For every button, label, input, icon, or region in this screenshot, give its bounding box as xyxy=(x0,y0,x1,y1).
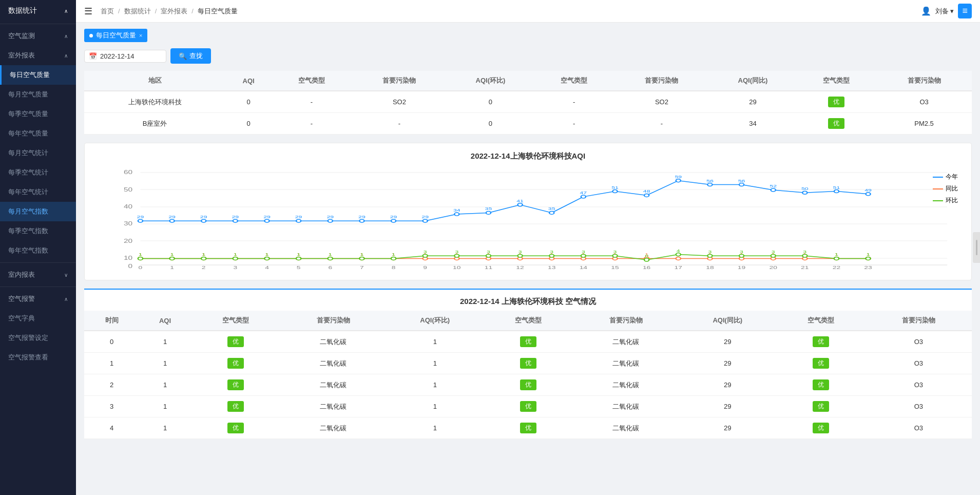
cell-time: 4 xyxy=(84,417,139,439)
sidebar-group-outdoor-report[interactable]: 室外报表 ∧ xyxy=(0,46,76,65)
breadcrumb-outdoor-report[interactable]: 室外报表 xyxy=(161,7,187,16)
col-aqi-tb: AQI(同比) xyxy=(709,71,796,91)
svg-point-70 xyxy=(644,194,649,197)
breadcrumb-data-stats[interactable]: 数据统计 xyxy=(124,7,151,16)
svg-point-60 xyxy=(486,211,491,214)
svg-text:3: 3 xyxy=(550,250,553,254)
breadcrumb-sep1: / xyxy=(118,7,120,15)
sidebar-item-daily-air[interactable]: 每日空气质量 xyxy=(0,65,76,85)
sidebar-section-data-stats[interactable]: 数据统计 ∧ xyxy=(0,0,76,22)
sidebar-item-monthly-index[interactable]: 每月空气指数 xyxy=(0,202,76,221)
det-col-aqi-hb: AQI(环比) xyxy=(387,311,484,331)
tab-close-icon[interactable]: × xyxy=(139,32,142,39)
det-col-air-type2: 空气类型 xyxy=(484,311,573,331)
badge-air2: 优 xyxy=(520,358,536,369)
badge-air3: 优 xyxy=(813,336,829,347)
sidebar-item-alarm-setting[interactable]: 空气报警设定 xyxy=(0,328,76,348)
svg-text:1: 1 xyxy=(835,252,838,256)
svg-text:1: 1 xyxy=(234,252,237,256)
svg-text:40: 40 xyxy=(124,204,132,210)
svg-text:60: 60 xyxy=(124,169,132,176)
sidebar-item-seasonal-index[interactable]: 每季空气指数 xyxy=(0,221,76,241)
search-button[interactable]: 🔍 查拢 xyxy=(170,48,211,64)
svg-text:29: 29 xyxy=(168,215,176,219)
breadcrumb-home[interactable]: 首页 xyxy=(101,7,114,16)
cell-area: B座室外 xyxy=(84,113,225,135)
svg-text:50: 50 xyxy=(124,187,132,193)
cell-time: 1 xyxy=(84,353,139,374)
svg-text:1: 1 xyxy=(329,252,332,256)
svg-point-158 xyxy=(517,254,522,257)
svg-text:48: 48 xyxy=(643,189,650,194)
sidebar-item-alarm-view[interactable]: 空气报警查看 xyxy=(0,348,76,367)
right-edge-indicator[interactable] xyxy=(973,232,980,263)
badge-air: 优 xyxy=(227,336,244,347)
sidebar-item-yearly-stat[interactable]: 每年空气统计 xyxy=(0,182,76,202)
cell-pollutant3: O3 xyxy=(876,91,972,113)
sidebar-item-monthly-stat[interactable]: 每月空气统计 xyxy=(0,143,76,163)
cell-air-type: - xyxy=(272,113,352,135)
chevron-icon: ∧ xyxy=(64,33,68,39)
badge-air3: 优 xyxy=(813,358,829,369)
cell-aqi: 1 xyxy=(139,331,190,353)
cell-air-type3: 优 xyxy=(776,331,866,353)
legend-jinnian-label: 今年 xyxy=(946,173,958,181)
svg-text:30: 30 xyxy=(124,221,132,227)
cell-aqi: 1 xyxy=(139,353,190,374)
table-row: 0 1 优 二氧化碳 1 优 二氧化碳 29 优 O3 xyxy=(84,331,972,353)
badge-air-type: 优 xyxy=(828,97,844,107)
svg-text:1: 1 xyxy=(265,252,269,256)
sidebar-group-indoor-report[interactable]: 室内报表 ∨ xyxy=(0,265,76,284)
cell-aqi-hb: 1 xyxy=(387,417,484,439)
svg-text:29: 29 xyxy=(326,215,334,219)
sidebar-item-yearly-index[interactable]: 每年空气指数 xyxy=(0,241,76,260)
badge-air3: 优 xyxy=(813,379,829,390)
table-row: 3 1 优 二氧化碳 1 优 二氧化碳 29 优 O3 xyxy=(84,396,972,417)
cell-air-type2: 优 xyxy=(484,331,573,353)
content-area: 每日空气质量 × 📅 🔍 查拢 地区 AQI 空气类型 首要污染物 xyxy=(76,23,980,495)
legend-jinnian: 今年 xyxy=(933,173,958,181)
svg-text:29: 29 xyxy=(390,215,397,219)
date-input[interactable] xyxy=(100,52,162,60)
svg-text:1: 1 xyxy=(867,252,870,256)
sidebar-group-air-alarm[interactable]: 空气报警 ∧ xyxy=(0,289,76,309)
user-name[interactable]: 刘备 ▾ xyxy=(935,7,954,16)
cell-aqi-tb: 29 xyxy=(709,91,796,113)
sidebar-item-air-dict[interactable]: 空气字典 xyxy=(0,309,76,328)
svg-text:59: 59 xyxy=(675,175,682,179)
chart1-legend: 今年 同比 环比 xyxy=(933,173,958,205)
cell-air-type: 优 xyxy=(191,374,280,396)
topbar-action-button[interactable]: ≡ xyxy=(958,4,972,18)
cell-aqi-tb: 29 xyxy=(679,417,776,439)
svg-text:34: 34 xyxy=(453,208,460,212)
sidebar-item-monthly-air[interactable]: 每月空气质量 xyxy=(0,85,76,104)
svg-text:29: 29 xyxy=(200,215,207,219)
cell-air-type2: 优 xyxy=(484,417,573,439)
sidebar-item-seasonal-air[interactable]: 每季空气质量 xyxy=(0,104,76,124)
cell-pollutant3: PM2.5 xyxy=(876,113,972,135)
sidebar-item-yearly-air[interactable]: 每年空气质量 xyxy=(0,124,76,143)
badge-air-type: 优 xyxy=(828,118,844,129)
svg-text:4: 4 xyxy=(677,249,680,253)
legend-huanbi-label: 环比 xyxy=(946,196,958,205)
svg-point-58 xyxy=(454,213,459,216)
svg-text:35: 35 xyxy=(548,207,555,211)
chevron-up-icon: ∧ xyxy=(64,8,68,14)
svg-point-52 xyxy=(359,219,364,222)
svg-text:6: 6 xyxy=(328,265,332,270)
svg-text:16: 16 xyxy=(643,265,650,270)
svg-point-84 xyxy=(866,193,870,196)
cell-air-type: 优 xyxy=(191,331,280,353)
cell-time: 0 xyxy=(84,331,139,353)
cell-aqi-tb: 29 xyxy=(679,396,776,417)
sidebar-item-seasonal-stat[interactable]: 每季空气统计 xyxy=(0,163,76,182)
badge-air2: 优 xyxy=(520,423,536,433)
svg-point-54 xyxy=(391,219,396,222)
svg-point-166 xyxy=(644,258,649,261)
tab-daily-air-quality[interactable]: 每日空气质量 × xyxy=(84,29,147,42)
menu-icon[interactable]: ☰ xyxy=(84,6,92,17)
svg-point-142 xyxy=(264,257,269,260)
det-col-air-type: 空气类型 xyxy=(191,311,280,331)
sidebar-group-air-monitoring[interactable]: 空气监测 ∧ xyxy=(0,26,76,46)
sidebar-group-label-text: 室外报表 xyxy=(8,51,35,60)
